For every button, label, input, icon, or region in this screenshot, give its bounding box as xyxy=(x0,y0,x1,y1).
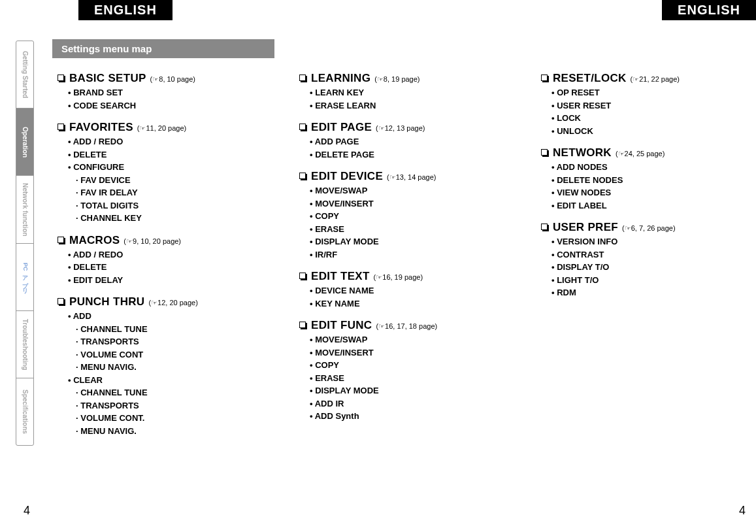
item-list: ADDCHANNEL TUNETRANSPORTSVOLUME CONTMENU… xyxy=(68,310,255,437)
item-list: ADD PAGEDELETE PAGE xyxy=(310,135,497,161)
list-item: DISPLAY MODE xyxy=(310,235,497,248)
pointer-icon: ☞ xyxy=(625,224,631,232)
list-item: ERASE LEARN xyxy=(310,99,497,112)
list-item: UNLOCK xyxy=(551,125,738,138)
section-header: FAVORITES(☞11, 20 page) xyxy=(58,121,255,134)
sub-list-item: TRANSPORTS xyxy=(76,399,255,412)
list-item: RDM xyxy=(551,286,738,299)
page-number-left: 4 xyxy=(24,504,30,518)
header-english-left: ENGLISH xyxy=(78,0,173,20)
section-marker-icon xyxy=(58,75,64,81)
sub-list-item: FAV DEVICE xyxy=(76,174,255,187)
list-item: ADD / REDO xyxy=(68,248,255,261)
list-item: VIEW NODES xyxy=(551,186,738,199)
pointer-icon: ☞ xyxy=(378,124,385,132)
list-item: ADD / REDO xyxy=(68,135,255,148)
section-header: EDIT DEVICE(☞13, 14 page) xyxy=(299,170,497,183)
section-header: BASIC SETUP(☞8, 10 page) xyxy=(58,72,255,85)
list-item: LOCK xyxy=(551,112,738,125)
page-number-right: 4 xyxy=(739,504,746,518)
page-reference: (☞16, 19 page) xyxy=(374,273,423,282)
section-header: EDIT PAGE(☞12, 13 page) xyxy=(299,121,497,134)
section-title: EDIT TEXT xyxy=(311,270,370,283)
menu-section: PUNCH THRU(☞12, 20 page)ADDCHANNEL TUNET… xyxy=(52,295,255,437)
section-title: MACROS xyxy=(69,234,120,247)
section-marker-icon xyxy=(299,124,306,130)
page-reference: (☞24, 25 page) xyxy=(616,150,665,158)
menu-section: EDIT TEXT(☞16, 19 page)DEVICE NAMEKEY NA… xyxy=(294,270,497,310)
page-reference: (☞6, 7, 26 page) xyxy=(622,224,676,233)
pointer-icon: ☞ xyxy=(139,124,146,132)
section-title: PUNCH THRU xyxy=(69,295,144,308)
sub-item-list: CHANNEL TUNETRANSPORTSVOLUME CONTMENU NA… xyxy=(76,323,255,374)
pointer-icon: ☞ xyxy=(151,299,157,307)
sub-list-item: VOLUME CONT xyxy=(76,348,255,361)
list-item: CODE SEARCH xyxy=(68,99,255,112)
column: LEARNING(☞8, 19 page)LEARN KEYERASE LEAR… xyxy=(294,72,497,446)
side-tab[interactable]: Specifications xyxy=(16,378,33,445)
list-item: BRAND SET xyxy=(68,86,255,99)
section-title: EDIT DEVICE xyxy=(311,170,383,183)
section-title: NETWORK xyxy=(553,146,612,159)
item-list: ADD NODESDELETE NODESVIEW NODESEDIT LABE… xyxy=(551,161,738,212)
list-item: COPY xyxy=(310,210,497,223)
section-marker-icon xyxy=(541,224,548,230)
list-item: CLEARCHANNEL TUNETRANSPORTSVOLUME CONT.M… xyxy=(68,374,255,438)
pointer-icon: ☞ xyxy=(126,237,133,245)
section-header: PUNCH THRU(☞12, 20 page) xyxy=(58,295,255,308)
list-item: DELETE PAGE xyxy=(310,148,497,161)
list-item: ERASE xyxy=(310,372,497,385)
side-tab[interactable]: PCアプリ xyxy=(16,244,33,311)
section-marker-icon xyxy=(58,124,64,130)
pointer-icon: ☞ xyxy=(378,322,385,330)
list-item: ADDCHANNEL TUNETRANSPORTSVOLUME CONTMENU… xyxy=(68,310,255,374)
list-item: ADD IR xyxy=(310,397,497,410)
section-marker-icon xyxy=(541,75,548,81)
list-item: DELETE xyxy=(68,261,255,274)
list-item: USER RESET xyxy=(551,99,738,112)
item-list: DEVICE NAMEKEY NAME xyxy=(310,284,497,310)
section-marker-icon xyxy=(58,237,64,243)
sub-list-item: CHANNEL KEY xyxy=(76,212,255,225)
list-item: DEVICE NAME xyxy=(310,284,497,297)
page-reference: (☞8, 10 page) xyxy=(150,75,195,84)
list-item: DISPLAY T/O xyxy=(551,261,738,274)
header-english-right: ENGLISH xyxy=(662,0,756,20)
page-reference: (☞12, 13 page) xyxy=(376,124,425,133)
section-marker-icon xyxy=(58,298,64,305)
side-tab[interactable]: Network function xyxy=(16,176,33,243)
side-tab[interactable]: Troubleshooting xyxy=(16,311,33,378)
section-header: RESET/LOCK(☞21, 22 page) xyxy=(541,72,738,85)
list-item: OP RESET xyxy=(551,86,738,99)
list-item: ADD NODES xyxy=(551,161,738,174)
section-title: FAVORITES xyxy=(69,121,133,134)
list-item: MOVE/SWAP xyxy=(310,333,497,346)
item-list: OP RESETUSER RESETLOCKUNLOCK xyxy=(551,86,738,137)
pointer-icon: ☞ xyxy=(376,273,382,281)
side-tabs: Getting StartedOperationNetwork function… xyxy=(16,41,34,446)
item-list: ADD / REDODELETECONFIGUREFAV DEVICEFAV I… xyxy=(68,135,255,225)
item-list: VERSION INFOCONTRASTDISPLAY T/OLIGHT T/O… xyxy=(551,235,738,299)
pointer-icon: ☞ xyxy=(389,173,396,181)
list-item: EDIT LABEL xyxy=(551,199,738,212)
list-item: DELETE xyxy=(68,148,255,161)
section-title: USER PREF xyxy=(553,221,618,234)
sub-list-item: CHANNEL TUNE xyxy=(76,323,255,336)
sub-list-item: FAV IR DELAY xyxy=(76,186,255,199)
section-header: LEARNING(☞8, 19 page) xyxy=(299,72,497,85)
section-marker-icon xyxy=(541,149,548,156)
menu-section: USER PREF(☞6, 7, 26 page)VERSION INFOCON… xyxy=(536,221,738,299)
side-tab[interactable]: Getting Started xyxy=(16,41,33,108)
list-item: VERSION INFO xyxy=(551,235,738,248)
section-header: EDIT TEXT(☞16, 19 page) xyxy=(299,270,497,283)
menu-section: LEARNING(☞8, 19 page)LEARN KEYERASE LEAR… xyxy=(294,72,497,112)
list-item: ADD PAGE xyxy=(310,135,497,148)
list-item: DISPLAY MODE xyxy=(310,384,497,397)
column: RESET/LOCK(☞21, 22 page)OP RESETUSER RES… xyxy=(536,72,738,446)
sub-list-item: MENU NAVIG. xyxy=(76,361,255,374)
side-tab[interactable]: Operation xyxy=(16,108,33,176)
section-marker-icon xyxy=(299,75,306,81)
page-reference: (☞9, 10, 20 page) xyxy=(123,237,181,246)
menu-section: FAVORITES(☞11, 20 page)ADD / REDODELETEC… xyxy=(52,121,255,225)
section-banner: Settings menu map xyxy=(52,39,274,58)
